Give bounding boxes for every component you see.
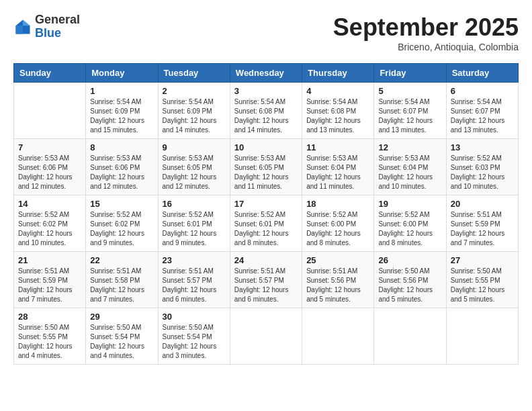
day-number: 7 — [18, 142, 81, 152]
day-number: 19 — [378, 199, 441, 209]
calendar-cell: 11Sunrise: 5:53 AM Sunset: 6:04 PM Dayli… — [302, 139, 374, 195]
calendar-cell: 10Sunrise: 5:53 AM Sunset: 6:05 PM Dayli… — [230, 139, 302, 195]
day-number: 29 — [90, 312, 153, 322]
logo-icon — [13, 17, 32, 36]
calendar-cell: 24Sunrise: 5:51 AM Sunset: 5:57 PM Dayli… — [230, 252, 302, 308]
calendar-cell: 2Sunrise: 5:54 AM Sunset: 6:09 PM Daylig… — [158, 83, 230, 139]
calendar-cell: 21Sunrise: 5:51 AM Sunset: 5:59 PM Dayli… — [14, 252, 86, 308]
day-info: Sunrise: 5:52 AM Sunset: 6:02 PM Dayligh… — [18, 210, 81, 248]
day-number: 27 — [451, 255, 514, 265]
day-number: 9 — [163, 142, 226, 152]
calendar-cell — [446, 308, 518, 365]
page-header: General Blue September 2025 Briceno, Ant… — [13, 13, 519, 52]
calendar-cell: 18Sunrise: 5:52 AM Sunset: 6:00 PM Dayli… — [302, 195, 374, 252]
calendar-cell: 27Sunrise: 5:50 AM Sunset: 5:55 PM Dayli… — [446, 252, 518, 308]
day-info: Sunrise: 5:50 AM Sunset: 5:55 PM Dayligh… — [451, 267, 514, 304]
day-header-saturday: Saturday — [446, 64, 518, 83]
svg-marker-1 — [23, 19, 30, 26]
calendar-cell: 25Sunrise: 5:51 AM Sunset: 5:56 PM Dayli… — [302, 252, 374, 308]
day-number: 2 — [163, 86, 226, 96]
calendar-cell: 5Sunrise: 5:54 AM Sunset: 6:07 PM Daylig… — [374, 83, 446, 139]
day-info: Sunrise: 5:54 AM Sunset: 6:09 PM Dayligh… — [163, 97, 226, 135]
day-number: 4 — [306, 86, 369, 96]
calendar-cell: 12Sunrise: 5:53 AM Sunset: 6:04 PM Dayli… — [374, 139, 446, 195]
calendar-cell: 30Sunrise: 5:50 AM Sunset: 5:54 PM Dayli… — [158, 308, 230, 365]
calendar-cell: 22Sunrise: 5:51 AM Sunset: 5:58 PM Dayli… — [86, 252, 158, 308]
day-number: 8 — [90, 142, 153, 152]
day-header-wednesday: Wednesday — [230, 64, 302, 83]
day-number: 20 — [451, 199, 514, 209]
calendar-cell: 26Sunrise: 5:50 AM Sunset: 5:56 PM Dayli… — [374, 252, 446, 308]
calendar-cell: 1Sunrise: 5:54 AM Sunset: 6:09 PM Daylig… — [86, 83, 158, 139]
calendar-cell: 15Sunrise: 5:52 AM Sunset: 6:02 PM Dayli… — [86, 195, 158, 252]
day-header-tuesday: Tuesday — [158, 64, 230, 83]
day-number: 15 — [90, 199, 153, 209]
logo: General Blue — [13, 13, 80, 40]
calendar-cell: 4Sunrise: 5:54 AM Sunset: 6:08 PM Daylig… — [302, 83, 374, 139]
day-number: 1 — [90, 86, 153, 96]
calendar-cell: 28Sunrise: 5:50 AM Sunset: 5:55 PM Dayli… — [14, 308, 86, 365]
calendar-week-row: 1Sunrise: 5:54 AM Sunset: 6:09 PM Daylig… — [14, 83, 519, 139]
day-number: 14 — [18, 199, 81, 209]
day-info: Sunrise: 5:51 AM Sunset: 5:56 PM Dayligh… — [306, 267, 369, 304]
day-info: Sunrise: 5:52 AM Sunset: 6:03 PM Dayligh… — [451, 154, 514, 191]
calendar-cell: 17Sunrise: 5:52 AM Sunset: 6:01 PM Dayli… — [230, 195, 302, 252]
calendar-week-row: 21Sunrise: 5:51 AM Sunset: 5:59 PM Dayli… — [14, 252, 519, 308]
day-info: Sunrise: 5:52 AM Sunset: 6:00 PM Dayligh… — [378, 210, 441, 248]
calendar-cell: 19Sunrise: 5:52 AM Sunset: 6:00 PM Dayli… — [374, 195, 446, 252]
day-info: Sunrise: 5:51 AM Sunset: 5:57 PM Dayligh… — [163, 267, 226, 304]
calendar-header-row: SundayMondayTuesdayWednesdayThursdayFrid… — [14, 64, 519, 83]
calendar-cell: 7Sunrise: 5:53 AM Sunset: 6:06 PM Daylig… — [14, 139, 86, 195]
calendar-cell: 6Sunrise: 5:54 AM Sunset: 6:07 PM Daylig… — [446, 83, 518, 139]
title-block: September 2025 Briceno, Antioquia, Colom… — [333, 13, 519, 52]
day-info: Sunrise: 5:51 AM Sunset: 5:57 PM Dayligh… — [234, 267, 298, 304]
day-number: 6 — [451, 86, 514, 96]
day-info: Sunrise: 5:52 AM Sunset: 6:01 PM Dayligh… — [163, 210, 226, 248]
day-number: 30 — [163, 312, 226, 322]
day-info: Sunrise: 5:50 AM Sunset: 5:55 PM Dayligh… — [18, 323, 81, 361]
day-info: Sunrise: 5:53 AM Sunset: 6:04 PM Dayligh… — [378, 154, 441, 191]
day-info: Sunrise: 5:54 AM Sunset: 6:08 PM Dayligh… — [306, 97, 369, 135]
day-info: Sunrise: 5:54 AM Sunset: 6:07 PM Dayligh… — [451, 97, 514, 135]
day-info: Sunrise: 5:50 AM Sunset: 5:56 PM Dayligh… — [378, 267, 441, 304]
day-info: Sunrise: 5:54 AM Sunset: 6:09 PM Dayligh… — [90, 97, 153, 135]
day-number: 16 — [163, 199, 226, 209]
day-number: 25 — [306, 255, 369, 265]
day-number: 24 — [234, 255, 298, 265]
logo-text: General Blue — [35, 13, 80, 40]
calendar-cell: 16Sunrise: 5:52 AM Sunset: 6:01 PM Dayli… — [158, 195, 230, 252]
day-header-sunday: Sunday — [14, 64, 86, 83]
day-number: 21 — [18, 255, 81, 265]
day-info: Sunrise: 5:51 AM Sunset: 5:59 PM Dayligh… — [451, 210, 514, 248]
day-header-thursday: Thursday — [302, 64, 374, 83]
day-info: Sunrise: 5:53 AM Sunset: 6:06 PM Dayligh… — [18, 154, 81, 191]
day-number: 12 — [378, 142, 441, 152]
calendar-body: 1Sunrise: 5:54 AM Sunset: 6:09 PM Daylig… — [14, 83, 519, 365]
day-number: 10 — [234, 142, 298, 152]
calendar-cell: 14Sunrise: 5:52 AM Sunset: 6:02 PM Dayli… — [14, 195, 86, 252]
day-info: Sunrise: 5:52 AM Sunset: 6:02 PM Dayligh… — [90, 210, 153, 248]
day-number: 11 — [306, 142, 369, 152]
calendar-cell: 23Sunrise: 5:51 AM Sunset: 5:57 PM Dayli… — [158, 252, 230, 308]
calendar-cell: 3Sunrise: 5:54 AM Sunset: 6:08 PM Daylig… — [230, 83, 302, 139]
calendar-cell — [374, 308, 446, 365]
day-info: Sunrise: 5:53 AM Sunset: 6:05 PM Dayligh… — [163, 154, 226, 191]
location: Briceno, Antioquia, Colombia — [333, 42, 519, 52]
calendar-cell — [230, 308, 302, 365]
calendar-cell: 13Sunrise: 5:52 AM Sunset: 6:03 PM Dayli… — [446, 139, 518, 195]
calendar-cell: 9Sunrise: 5:53 AM Sunset: 6:05 PM Daylig… — [158, 139, 230, 195]
day-number: 23 — [163, 255, 226, 265]
day-number: 17 — [234, 199, 298, 209]
day-info: Sunrise: 5:51 AM Sunset: 5:58 PM Dayligh… — [90, 267, 153, 304]
day-number: 3 — [234, 86, 298, 96]
day-header-monday: Monday — [86, 64, 158, 83]
day-info: Sunrise: 5:50 AM Sunset: 5:54 PM Dayligh… — [90, 323, 153, 361]
calendar-cell: 20Sunrise: 5:51 AM Sunset: 5:59 PM Dayli… — [446, 195, 518, 252]
calendar-table: SundayMondayTuesdayWednesdayThursdayFrid… — [13, 63, 519, 365]
calendar-week-row: 28Sunrise: 5:50 AM Sunset: 5:55 PM Dayli… — [14, 308, 519, 365]
calendar-cell — [14, 83, 86, 139]
calendar-cell — [302, 308, 374, 365]
day-number: 5 — [378, 86, 441, 96]
day-info: Sunrise: 5:51 AM Sunset: 5:59 PM Dayligh… — [18, 267, 81, 304]
calendar-week-row: 7Sunrise: 5:53 AM Sunset: 6:06 PM Daylig… — [14, 139, 519, 195]
